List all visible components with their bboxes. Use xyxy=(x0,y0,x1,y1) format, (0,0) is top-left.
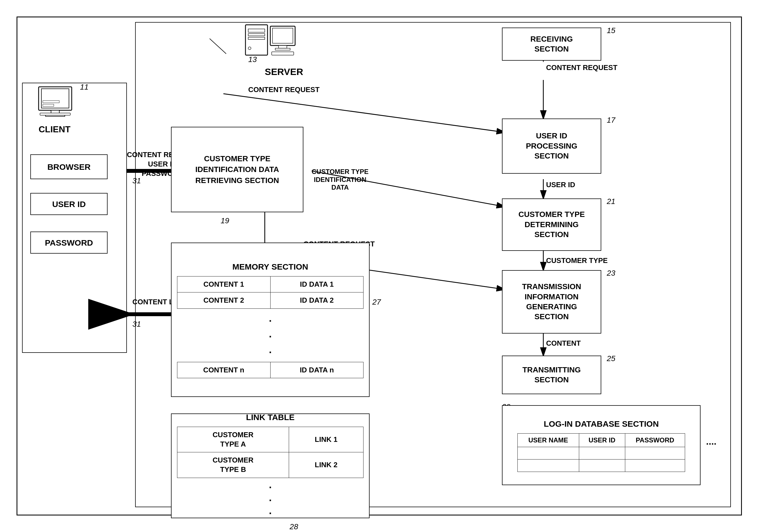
db-row1-name xyxy=(517,447,579,459)
content1-cell: CONTENT 1 xyxy=(177,276,270,292)
memory-dots2: · xyxy=(177,330,364,343)
customer-type-id-data-label: CUSTOMER TYPE IDENTIFICATION DATA xyxy=(312,160,369,192)
col-user-name: USER NAME xyxy=(517,434,579,447)
user-id-label: USER ID xyxy=(546,180,575,189)
num-21: 21 xyxy=(607,197,615,206)
server-label: SERVER xyxy=(265,66,303,77)
svg-rect-19 xyxy=(43,100,59,103)
num-11: 11 xyxy=(80,83,89,92)
iddata1-cell: ID DATA 1 xyxy=(270,276,364,292)
transmission-info-generating-box: TRANSMISSION INFORMATION GENERATING SECT… xyxy=(502,270,601,333)
client-section xyxy=(22,83,127,353)
contentn-cell: CONTENT n xyxy=(177,362,270,378)
login-database-table: USER NAME USER ID PASSWORD xyxy=(517,433,685,472)
num-15: 15 xyxy=(607,26,615,35)
link2-cell: LINK 2 xyxy=(289,452,364,478)
db-row2-id xyxy=(579,459,625,472)
customer-type-determining-box: CUSTOMER TYPE DETERMINING SECTION xyxy=(502,199,601,251)
num-27: 27 xyxy=(372,298,381,307)
col-password: PASSWORD xyxy=(625,434,685,447)
content2-cell: CONTENT 2 xyxy=(177,292,270,309)
svg-rect-23 xyxy=(248,34,265,36)
user-id-processing-box: USER ID PROCESSING SECTION xyxy=(502,119,601,174)
num-31b: 31 xyxy=(132,320,141,328)
userid-input-box: USER ID xyxy=(30,193,107,215)
link-table-title: LINK TABLE xyxy=(177,412,364,423)
num-23: 23 xyxy=(607,269,615,278)
svg-rect-18 xyxy=(40,113,70,115)
link-table-dots2: · xyxy=(177,494,364,507)
link-table-box: LINK TABLE CUSTOMER TYPE A LINK 1 CUSTOM… xyxy=(171,413,370,518)
customer-type-label: CUSTOMER TYPE xyxy=(546,256,608,265)
link-table-dots: · xyxy=(177,481,364,494)
customer-type-a-cell: CUSTOMER TYPE A xyxy=(177,427,289,452)
diagram-container: CLIENT BROWSER USER ID PASSWORD 11 CONTE… xyxy=(0,0,759,532)
receiving-section-box: RECEIVING SECTION xyxy=(502,27,601,61)
svg-rect-30 xyxy=(272,52,294,55)
browser-box: BROWSER xyxy=(30,154,107,179)
memory-table-n: CONTENT n ID DATA n xyxy=(177,362,364,378)
db-row2-pass xyxy=(625,459,685,472)
memory-dots3: · xyxy=(177,346,364,359)
num-13: 13 xyxy=(248,55,257,64)
db-row1-pass xyxy=(625,447,685,459)
svg-point-25 xyxy=(248,47,251,50)
link-table-dots3: · xyxy=(177,507,364,520)
svg-rect-24 xyxy=(248,37,265,39)
login-database-title: LOG-IN DATABASE SECTION xyxy=(508,418,695,429)
db-row1-id xyxy=(579,447,625,459)
memory-section-box: MEMORY SECTION CONTENT 1 ID DATA 1 CONTE… xyxy=(171,243,370,397)
svg-rect-27 xyxy=(272,28,293,43)
iddatan-cell: ID DATA n xyxy=(270,362,364,378)
content-label: CONTENT xyxy=(546,339,581,348)
memory-table: CONTENT 1 ID DATA 1 CONTENT 2 ID DATA 2 xyxy=(177,276,364,309)
db-row2-name xyxy=(517,459,579,472)
svg-rect-28 xyxy=(279,46,287,48)
num-17: 17 xyxy=(607,116,615,125)
transmitting-section-box: TRANSMITTING SECTION xyxy=(502,356,601,394)
num-31a: 31 xyxy=(132,176,141,185)
num-19: 19 xyxy=(220,216,229,225)
iddata2-cell: ID DATA 2 xyxy=(270,292,364,309)
link1-cell: LINK 1 xyxy=(289,427,364,452)
svg-rect-29 xyxy=(275,48,290,50)
num-28: 28 xyxy=(290,522,298,531)
col-user-id: USER ID xyxy=(579,434,625,447)
memory-section-title: MEMORY SECTION xyxy=(177,261,364,272)
memory-dots: · xyxy=(177,315,364,328)
content-request-label-top: CONTENT REQUEST xyxy=(546,63,618,72)
content-request-label-left: CONTENT REQUEST xyxy=(248,86,320,94)
link-table-content: CUSTOMER TYPE A LINK 1 CUSTOMER TYPE B L… xyxy=(177,427,364,478)
password-input-box: PASSWORD xyxy=(30,232,107,253)
login-database-box: LOG-IN DATABASE SECTION USER NAME USER I… xyxy=(502,405,700,485)
login-db-dots: ···· xyxy=(706,438,717,450)
svg-rect-22 xyxy=(248,29,265,32)
customer-type-b-cell: CUSTOMER TYPE B xyxy=(177,452,289,478)
svg-rect-20 xyxy=(43,104,54,106)
client-computer-icon xyxy=(33,86,77,122)
customer-type-id-retrieving-box: CUSTOMER TYPE IDENTIFICATION DATA RETRIE… xyxy=(171,127,303,212)
client-label: CLIENT xyxy=(39,124,71,134)
num-25: 25 xyxy=(607,354,615,363)
